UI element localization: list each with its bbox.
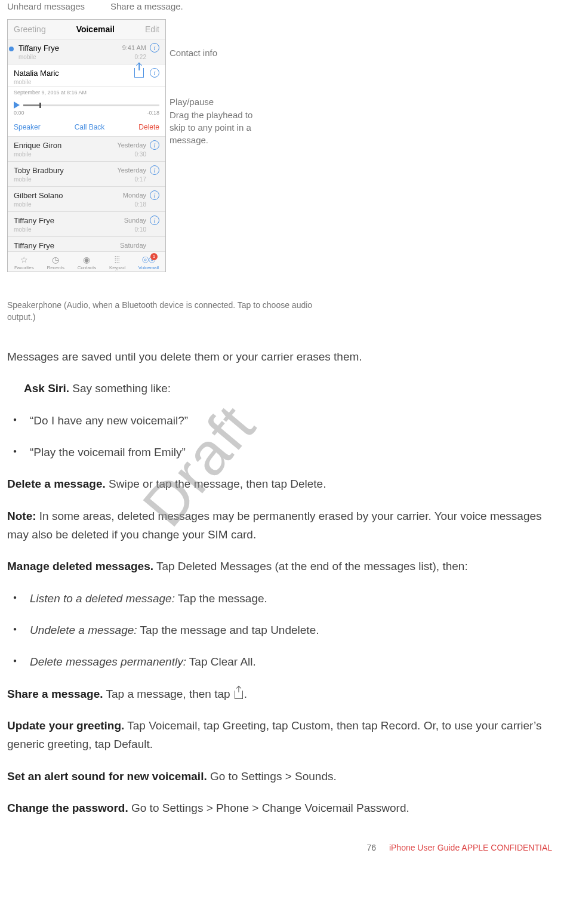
info-icon[interactable]: i bbox=[150, 190, 159, 200]
playback-row bbox=[8, 97, 165, 110]
speakerphone-caption: Speakerphone (Audio, when a Bluetooth de… bbox=[7, 300, 318, 323]
speaker-button[interactable]: Speaker bbox=[14, 123, 41, 131]
para-saved: Messages are saved until you delete them… bbox=[7, 347, 563, 366]
page-footer: 76 iPhone User Guide APPLE CONFIDENTIAL bbox=[0, 831, 570, 857]
caller-sub: mobile 0:22 bbox=[14, 54, 159, 60]
caller-name: Toby Bradbury bbox=[14, 166, 64, 175]
list-item: Delete messages permanently: Tap Clear A… bbox=[7, 652, 563, 671]
edit-button[interactable]: Edit bbox=[145, 24, 159, 34]
page-container: Unheard messages Share a message. Greeti… bbox=[0, 1, 570, 881]
para-share: Share a message. Tap a message, then tap… bbox=[7, 685, 563, 703]
keypad-icon: ⦙⦙⦙ bbox=[112, 254, 124, 265]
header-title: Voicemail bbox=[76, 24, 115, 34]
confidential-label: iPhone User Guide APPLE CONFIDENTIAL bbox=[389, 843, 552, 852]
info-icon[interactable]: i bbox=[150, 215, 159, 225]
info-icon[interactable]: i bbox=[150, 140, 159, 150]
tab-recents[interactable]: ◷ Recents bbox=[47, 254, 64, 270]
time-labels: 0:00 -0:18 bbox=[8, 110, 165, 118]
play-icon[interactable] bbox=[14, 101, 20, 109]
delete-button[interactable]: Delete bbox=[138, 123, 159, 131]
vm-row[interactable]: Tiffany Frye Saturdayi bbox=[8, 237, 165, 251]
manage-list: Listen to a deleted message: Tap the mes… bbox=[7, 589, 563, 672]
star-icon: ☆ bbox=[18, 254, 30, 265]
tab-bar: ☆ Favorites ◷ Recents ◉ Contacts ⦙⦙⦙ Key… bbox=[8, 251, 165, 272]
para-delete: Delete a message. Swipe or tap the messa… bbox=[7, 475, 563, 493]
share-icon[interactable] bbox=[134, 68, 144, 78]
para-ask-siri: Ask Siri. Say something like: bbox=[7, 379, 563, 398]
playback-scrubber[interactable] bbox=[23, 104, 159, 106]
caller-name: Tiffany Frye bbox=[14, 216, 54, 225]
para-greeting: Update your greeting. Tap Voicemail, tap… bbox=[7, 716, 563, 754]
vm-row[interactable]: Enrique Giron Yesterdayi mobile0:30 bbox=[8, 137, 165, 162]
caller-name: Natalia Maric bbox=[14, 69, 59, 78]
tab-favorites[interactable]: ☆ Favorites bbox=[14, 254, 34, 270]
vm-row[interactable]: Gilbert Solano Mondayi mobile0:18 bbox=[8, 187, 165, 212]
callout-unheard: Unheard messages bbox=[7, 0, 85, 13]
tab-contacts[interactable]: ◉ Contacts bbox=[78, 254, 97, 270]
list-item: Listen to a deleted message: Tap the mes… bbox=[7, 589, 563, 608]
callout-playpause: Play/pause bbox=[170, 96, 214, 108]
tab-voicemail[interactable]: ⦾⦾ 1 Voicemail bbox=[138, 254, 159, 270]
para-password: Change the password. Go to Settings > Ph… bbox=[7, 799, 563, 817]
phone-mock: Greeting Voicemail Edit Tiffany Frye 9:4… bbox=[7, 19, 166, 272]
list-item: “Do I have any new voicemail?” bbox=[7, 411, 563, 430]
unread-dot-icon bbox=[9, 47, 14, 51]
scrubber-thumb-icon[interactable] bbox=[39, 103, 41, 108]
share-icon bbox=[235, 691, 243, 699]
vm-row[interactable]: Tiffany Frye Sundayi mobile0:10 bbox=[8, 212, 165, 237]
caller-sub: mobile bbox=[14, 79, 159, 85]
callout-share: Share a message. bbox=[110, 0, 183, 13]
action-icons: i bbox=[134, 68, 159, 78]
tab-keypad[interactable]: ⦙⦙⦙ Keypad bbox=[109, 254, 125, 270]
time-cell: 9:41 AM i bbox=[122, 43, 159, 53]
caller-name: Gilbert Solano bbox=[14, 191, 63, 200]
caller-name: Tiffany Frye bbox=[14, 241, 54, 250]
info-icon[interactable]: i bbox=[150, 165, 159, 175]
info-icon[interactable]: i bbox=[150, 43, 159, 53]
caller-name: Tiffany Frye bbox=[14, 44, 59, 53]
action-row: Speaker Call Back Delete bbox=[8, 118, 165, 137]
list-item: “Play the voicemail from Emily” bbox=[7, 443, 563, 461]
page-number: 76 bbox=[366, 843, 376, 852]
list-item: Undelete a message: Tap the message and … bbox=[7, 621, 563, 639]
vm-row[interactable]: Tiffany Frye 9:41 AM i mobile 0:22 bbox=[8, 39, 165, 64]
clock-icon: ◷ bbox=[50, 254, 61, 265]
callout-drag: Drag the playhead to skip to any point i… bbox=[170, 109, 271, 146]
figure-area: Unheard messages Share a message. Greeti… bbox=[7, 1, 318, 312]
greeting-button[interactable]: Greeting bbox=[14, 24, 46, 34]
info-icon[interactable]: i bbox=[150, 68, 159, 78]
siri-list: “Do I have any new voicemail?” “Play the… bbox=[7, 411, 563, 462]
para-manage: Manage deleted messages. Tap Deleted Mes… bbox=[7, 557, 563, 575]
voicemail-header: Greeting Voicemail Edit bbox=[8, 20, 165, 39]
callback-button[interactable]: Call Back bbox=[75, 123, 105, 131]
expanded-timestamp: September 9, 2015 at 8:16 AM bbox=[8, 87, 165, 97]
callout-contact: Contact info bbox=[170, 47, 217, 59]
badge-count: 1 bbox=[150, 253, 158, 260]
para-alert: Set an alert sound for new voicemail. Go… bbox=[7, 767, 563, 786]
vm-row[interactable]: Toby Bradbury Yesterdayi mobile0:17 bbox=[8, 162, 165, 187]
contact-icon: ◉ bbox=[81, 254, 93, 265]
vm-row-selected[interactable]: Natalia Maric i mobile bbox=[8, 64, 165, 87]
para-note: Note: In some areas, deleted messages ma… bbox=[7, 507, 563, 544]
body-content: Messages are saved until you delete them… bbox=[0, 312, 570, 818]
caller-name: Enrique Giron bbox=[14, 141, 61, 150]
